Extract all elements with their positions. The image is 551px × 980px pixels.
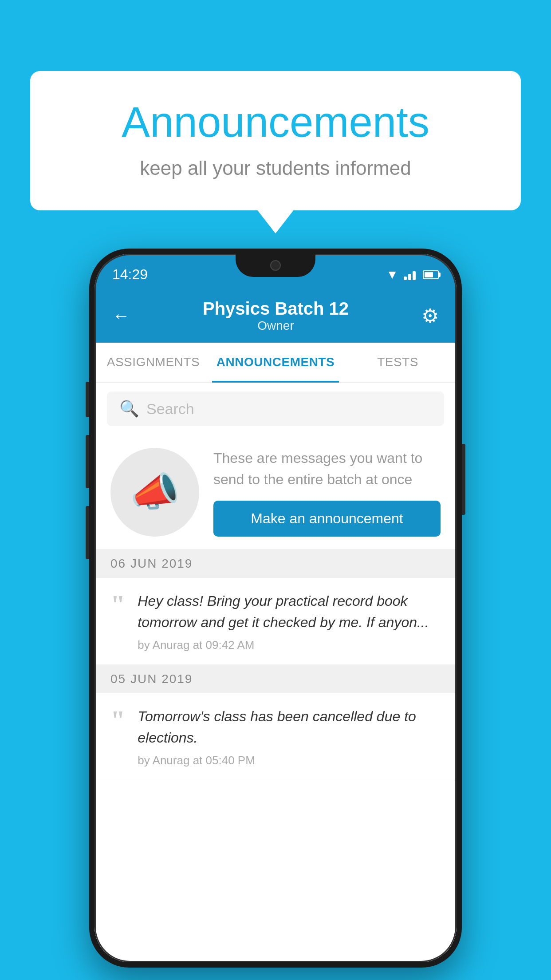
announcement-item-1[interactable]: " Hey class! Bring your practical record… — [94, 578, 457, 665]
message-meta-1: by Anurag at 09:42 AM — [138, 638, 441, 652]
search-placeholder: Search — [146, 400, 194, 418]
tab-tests[interactable]: TESTS — [339, 343, 457, 382]
volume-up-button — [86, 382, 89, 417]
power-button — [462, 444, 465, 515]
message-text-2: Tomorrow's class has been cancelled due … — [138, 706, 441, 748]
search-icon: 🔍 — [119, 399, 139, 418]
megaphone-icon: 📣 — [130, 469, 180, 515]
date-separator-2: 05 JUN 2019 — [94, 665, 457, 693]
phone-notch — [236, 254, 315, 277]
app-bar-title: Physics Batch 12 — [203, 299, 349, 319]
speech-bubble-title: Announcements — [66, 98, 485, 146]
volume-down-button — [86, 435, 89, 488]
date-label-1: 06 JUN 2019 — [110, 557, 193, 571]
date-separator-1: 06 JUN 2019 — [94, 549, 457, 578]
app-bar-title-group: Physics Batch 12 Owner — [203, 299, 349, 333]
phone-camera — [270, 260, 281, 271]
app-bar-subtitle: Owner — [203, 319, 349, 333]
phone-screen: 14:29 ▼ ← Physics Batch 12 — [94, 254, 457, 962]
tabs-container: ASSIGNMENTS ANNOUNCEMENTS TESTS — [94, 343, 457, 383]
quote-icon-1: " — [110, 594, 125, 615]
tab-announcements[interactable]: ANNOUNCEMENTS — [212, 343, 339, 382]
message-content-1: Hey class! Bring your practical record b… — [138, 590, 441, 652]
promo-description: These are messages you want to send to t… — [213, 447, 441, 490]
promo-right: These are messages you want to send to t… — [213, 447, 441, 537]
status-time: 14:29 — [112, 266, 148, 283]
back-button[interactable]: ← — [112, 306, 130, 326]
signal-bar-2 — [408, 274, 411, 280]
search-bar[interactable]: 🔍 Search — [107, 391, 444, 426]
quote-icon-2: " — [110, 709, 125, 731]
announcement-promo: 📣 These are messages you want to send to… — [94, 435, 457, 549]
phone-container: 14:29 ▼ ← Physics Batch 12 — [89, 249, 462, 968]
signal-bar-1 — [404, 277, 407, 280]
date-label-2: 05 JUN 2019 — [110, 672, 193, 686]
announcement-item-2[interactable]: " Tomorrow's class has been cancelled du… — [94, 693, 457, 780]
message-content-2: Tomorrow's class has been cancelled due … — [138, 706, 441, 767]
battery-fill — [425, 272, 433, 277]
app-bar: ← Physics Batch 12 Owner ⚙ — [94, 289, 457, 343]
speech-bubble-container: Announcements keep all your students inf… — [30, 71, 521, 210]
settings-icon[interactable]: ⚙ — [421, 304, 439, 327]
megaphone-circle: 📣 — [110, 448, 199, 537]
speech-bubble: Announcements keep all your students inf… — [30, 71, 521, 210]
message-text-1: Hey class! Bring your practical record b… — [138, 590, 441, 633]
screen-content: 🔍 Search 📣 These are messages you want t… — [94, 383, 457, 962]
signal-bar-3 — [413, 271, 416, 280]
tab-assignments[interactable]: ASSIGNMENTS — [94, 343, 212, 382]
phone-frame: 14:29 ▼ ← Physics Batch 12 — [89, 249, 462, 968]
status-icons: ▼ — [386, 268, 439, 282]
search-bar-container: 🔍 Search — [94, 383, 457, 435]
silent-button — [86, 506, 89, 559]
battery-icon — [423, 270, 439, 279]
wifi-icon: ▼ — [386, 268, 398, 282]
make-announcement-button[interactable]: Make an announcement — [213, 501, 441, 537]
speech-bubble-subtitle: keep all your students informed — [66, 157, 485, 179]
signal-bars-icon — [404, 269, 416, 280]
message-meta-2: by Anurag at 05:40 PM — [138, 754, 441, 767]
